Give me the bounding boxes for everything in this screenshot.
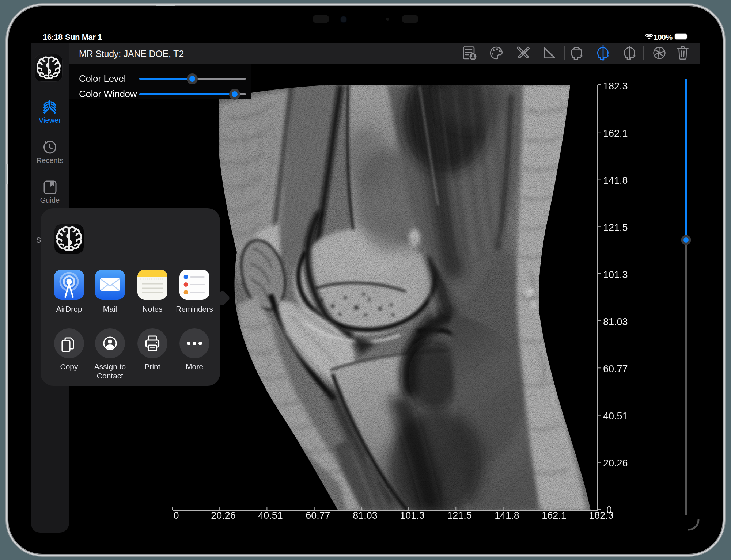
svg-text:81.03: 81.03: [353, 510, 378, 521]
svg-text:60.77: 60.77: [603, 363, 628, 374]
svg-text:141.8: 141.8: [495, 510, 519, 521]
svg-text:40.51: 40.51: [258, 510, 283, 521]
svg-text:121.5: 121.5: [603, 222, 628, 233]
svg-text:162.1: 162.1: [542, 510, 567, 521]
svg-text:182.3: 182.3: [589, 510, 614, 521]
svg-text:20.26: 20.26: [211, 510, 236, 521]
svg-text:81.03: 81.03: [603, 316, 628, 327]
svg-text:0: 0: [173, 510, 179, 521]
svg-text:60.77: 60.77: [306, 510, 330, 521]
svg-text:182.3: 182.3: [603, 81, 628, 92]
svg-text:40.51: 40.51: [603, 411, 628, 422]
svg-text:101.3: 101.3: [603, 269, 628, 280]
svg-text:162.1: 162.1: [603, 128, 628, 139]
svg-text:101.3: 101.3: [400, 510, 425, 521]
svg-text:121.5: 121.5: [447, 510, 472, 521]
svg-text:20.26: 20.26: [603, 458, 628, 469]
svg-text:141.8: 141.8: [603, 175, 628, 186]
